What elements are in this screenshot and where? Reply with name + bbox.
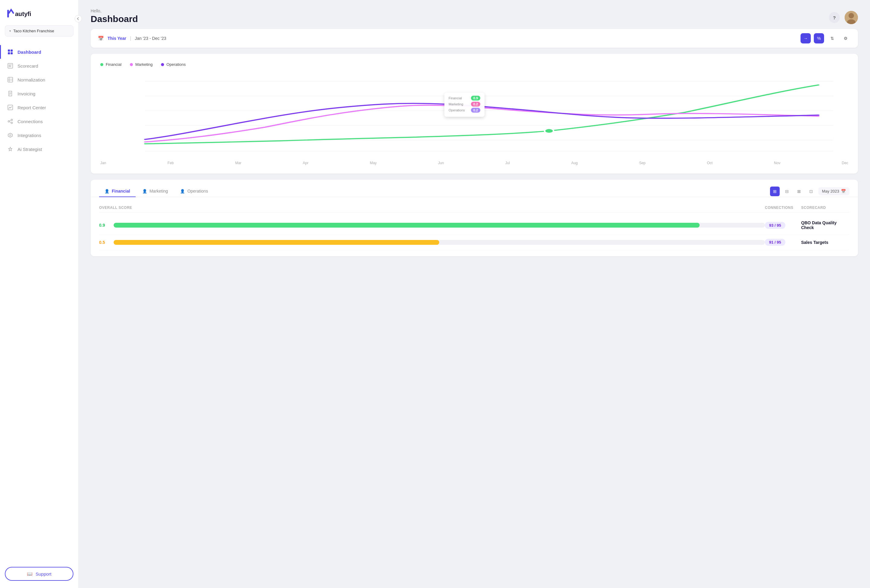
support-label: Support [36, 572, 52, 576]
tab-operations[interactable]: 👤 Operations [174, 186, 213, 197]
invoicing-icon [7, 91, 13, 97]
table-date-label: May 2023 [822, 189, 839, 193]
tab-operations-label: Operations [187, 189, 208, 193]
normalization-icon [7, 77, 13, 83]
franchise-name: Taco Kitchen Franchise [13, 29, 69, 33]
score-fill-row1 [113, 223, 700, 227]
chart-x-labels: Jan Feb Mar Apr May Jun Jul Aug Sep Oct … [100, 159, 848, 165]
svg-rect-4 [8, 52, 10, 54]
sidebar-toggle[interactable] [74, 15, 82, 22]
franchise-selector[interactable]: ▾ Taco Kitchen Franchise [5, 25, 73, 37]
view-columns-btn[interactable]: ⊠ [794, 187, 804, 196]
x-label-sep: Sep [639, 161, 645, 165]
sidebar-item-connections-label: Connections [18, 119, 43, 124]
report-icon [7, 104, 13, 110]
score-track-row2 [113, 240, 765, 245]
sidebar-item-integrations[interactable]: Integrations [0, 128, 78, 142]
table-header: Overall Score Connections Scorecard [99, 203, 849, 212]
svg-line-21 [9, 120, 11, 121]
col-overall-score: Overall Score [99, 206, 765, 210]
view-list-btn[interactable]: ⊞ [770, 187, 780, 196]
x-label-oct: Oct [707, 161, 713, 165]
x-label-jan: Jan [100, 161, 106, 165]
connections-row2: 91 / 95 [765, 239, 801, 246]
table-tabs: 👤 Financial 👤 Marketing 👤 Operations [99, 186, 214, 197]
tab-marketing-label: Marketing [149, 189, 168, 193]
connections-row1: 93 / 95 [765, 222, 801, 229]
percent-filter-btn[interactable]: % [814, 33, 824, 43]
tab-financial-label: Financial [112, 189, 130, 193]
chart-svg [100, 74, 848, 159]
support-book-icon: 📖 [27, 571, 33, 576]
x-label-may: May [370, 161, 377, 165]
score-bar-row2: 0.5 [99, 240, 765, 245]
calendar-icon: 📅 [98, 36, 104, 42]
table-card: 👤 Financial 👤 Marketing 👤 Operations ⊞ ⊟ [91, 180, 858, 256]
nav-menu: Dashboard Scorecard [0, 43, 78, 562]
page-title: Dashboard [91, 14, 138, 24]
table-tabs-bar: 👤 Financial 👤 Marketing 👤 Operations ⊞ ⊟ [91, 180, 858, 197]
score-value-row1: 0.9 [99, 223, 110, 227]
integrations-icon [7, 132, 13, 138]
autyfi-logo: autyfi [7, 9, 40, 19]
marketing-tab-icon: 👤 [142, 189, 147, 193]
score-track-row1 [113, 223, 765, 227]
franchise-chevron: ▾ [9, 29, 11, 33]
x-label-jul: Jul [505, 161, 510, 165]
sidebar-item-scorecard-label: Scorecard [18, 63, 38, 68]
sidebar-item-normalization[interactable]: Normalization [0, 73, 78, 87]
connections-icon [7, 118, 13, 124]
sidebar-item-dashboard-label: Dashboard [18, 49, 41, 55]
date-period[interactable]: This Year [107, 36, 126, 41]
sidebar-item-scorecard[interactable]: Scorecard [0, 59, 78, 73]
sidebar-item-report-center[interactable]: Report Center [0, 101, 78, 114]
ai-strategist-icon [7, 146, 13, 152]
page-header: Hello, Dashboard ? [79, 0, 870, 29]
svg-point-18 [8, 121, 10, 122]
table-actions: ⊞ ⊟ ⊠ ⊡ May 2023 📅 [770, 187, 849, 196]
scorecard-label-row2: Sales Targets [801, 240, 849, 245]
sidebar-item-integrations-label: Integrations [18, 133, 41, 138]
sort-filter-btn[interactable]: ⇅ [827, 33, 837, 43]
sidebar-item-connections[interactable]: Connections [0, 114, 78, 128]
x-label-dec: Dec [842, 161, 848, 165]
date-divider: | [130, 36, 131, 41]
sidebar-item-dashboard[interactable]: Dashboard [0, 45, 78, 59]
sidebar-item-ai-strategist-label: Ai Strategist [18, 147, 42, 152]
help-button[interactable]: ? [829, 12, 840, 23]
sidebar-item-normalization-label: Normalization [18, 77, 45, 82]
scorecard-label-row1: QBO Data Quality Check [801, 220, 849, 230]
settings-filter-btn[interactable]: ⚙ [840, 33, 851, 43]
marketing-legend-label: Marketing [136, 62, 153, 67]
table-row: 0.9 93 / 95 QBO Data Quality Check [99, 216, 849, 235]
header-actions: ? [829, 9, 858, 24]
view-map-btn[interactable]: ⊡ [806, 187, 816, 196]
score-value-row2: 0.5 [99, 240, 110, 245]
date-filter-bar: 📅 This Year | Jan '23 - Dec '23 → % ⇅ ⚙ [91, 29, 858, 48]
sidebar-item-invoicing-label: Invoicing [18, 91, 35, 96]
legend-financial: Financial [100, 62, 121, 67]
operations-legend-dot [161, 63, 164, 66]
view-grid-btn[interactable]: ⊟ [782, 187, 792, 196]
sidebar-item-ai-strategist[interactable]: Ai Strategist [0, 142, 78, 156]
financial-legend-dot [100, 63, 103, 66]
svg-point-19 [11, 119, 13, 121]
chart-card: Financial Marketing Operations [91, 54, 858, 174]
table-content: Overall Score Connections Scorecard 0.9 … [91, 197, 858, 256]
x-label-aug: Aug [571, 161, 578, 165]
col-scorecard: Scorecard [801, 206, 849, 210]
grid-icon [7, 49, 13, 55]
legend-marketing: Marketing [130, 62, 153, 67]
legend-operations: Operations [161, 62, 186, 67]
table-date-badge[interactable]: May 2023 📅 [818, 187, 849, 195]
svg-point-33 [545, 129, 554, 133]
user-avatar[interactable] [845, 11, 858, 24]
financial-tab-icon: 👤 [104, 189, 109, 193]
sidebar-item-invoicing[interactable]: Invoicing [0, 87, 78, 101]
tab-marketing[interactable]: 👤 Marketing [137, 186, 173, 197]
arrow-filter-btn[interactable]: → [800, 33, 811, 43]
tab-financial[interactable]: 👤 Financial [99, 186, 136, 197]
support-button[interactable]: 📖 Support [5, 567, 73, 581]
operations-tab-icon: 👤 [180, 189, 185, 193]
operations-legend-label: Operations [167, 62, 186, 67]
